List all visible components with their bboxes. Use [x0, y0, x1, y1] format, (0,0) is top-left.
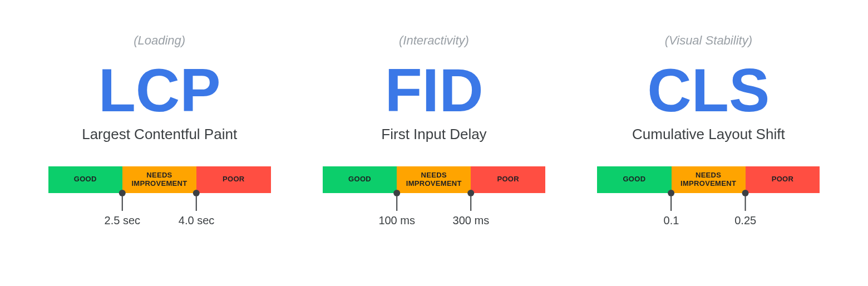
scale-segment-needs: NEEDS IMPROVEMENT [122, 166, 196, 193]
threshold-label: 100 ms [378, 214, 415, 227]
scale-segment-needs: NEEDS IMPROVEMENT [397, 166, 471, 193]
threshold-dot-icon [668, 190, 675, 196]
scale-segment-poor: POOR [746, 166, 820, 193]
scale-bar: GOODNEEDS IMPROVEMENTPOOR [597, 166, 820, 193]
threshold-dot-icon [119, 190, 126, 196]
threshold-dot-icon [467, 190, 474, 196]
metric-scale: GOODNEEDS IMPROVEMENTPOOR2.5 sec4.0 sec [48, 166, 271, 193]
threshold-mark: 4.0 sec [179, 190, 214, 227]
threshold-label: 4.0 sec [179, 214, 214, 227]
threshold-label: 300 ms [453, 214, 490, 227]
threshold-dot-icon [393, 190, 400, 196]
threshold-dot-icon [742, 190, 749, 196]
metric-card-cls: (Visual Stability) CLS Cumulative Layout… [597, 33, 820, 193]
metric-acronym: FID [384, 58, 483, 122]
metric-fullname: First Input Delay [381, 126, 486, 143]
threshold-mark: 0.25 [734, 190, 756, 227]
scale-segment-good: GOOD [48, 166, 122, 193]
scale-bar: GOODNEEDS IMPROVEMENTPOOR [48, 166, 271, 193]
threshold-line-icon [122, 196, 123, 211]
metric-category: (Visual Stability) [665, 33, 752, 48]
threshold-line-icon [196, 196, 197, 211]
threshold-mark: 100 ms [378, 190, 415, 227]
scale-bar: GOODNEEDS IMPROVEMENTPOOR [323, 166, 545, 193]
threshold-mark: 2.5 sec [105, 190, 140, 227]
metric-fullname: Largest Contentful Paint [82, 126, 237, 143]
threshold-line-icon [745, 196, 746, 211]
threshold-label: 2.5 sec [105, 214, 140, 227]
threshold-line-icon [470, 196, 471, 211]
scale-segment-poor: POOR [196, 166, 271, 193]
metric-acronym: CLS [647, 58, 770, 122]
scale-segment-poor: POOR [471, 166, 545, 193]
scale-segment-needs: NEEDS IMPROVEMENT [672, 166, 746, 193]
threshold-label: 0.25 [734, 214, 756, 227]
metric-category: (Loading) [134, 33, 185, 48]
metric-scale: GOODNEEDS IMPROVEMENTPOOR100 ms300 ms [323, 166, 545, 193]
metric-card-fid: (Interactivity) FID First Input Delay GO… [323, 33, 545, 193]
metric-acronym: LCP [98, 58, 221, 122]
metric-scale: GOODNEEDS IMPROVEMENTPOOR0.10.25 [597, 166, 820, 193]
threshold-label: 0.1 [664, 214, 679, 227]
threshold-dot-icon [193, 190, 200, 196]
threshold-line-icon [671, 196, 672, 211]
metric-card-lcp: (Loading) LCP Largest Contentful Paint G… [48, 33, 271, 193]
scale-segment-good: GOOD [597, 166, 671, 193]
metric-category: (Interactivity) [399, 33, 469, 48]
threshold-line-icon [396, 196, 397, 211]
metric-fullname: Cumulative Layout Shift [632, 126, 785, 143]
threshold-mark: 300 ms [453, 190, 490, 227]
scale-segment-good: GOOD [323, 166, 397, 193]
threshold-mark: 0.1 [664, 190, 679, 227]
